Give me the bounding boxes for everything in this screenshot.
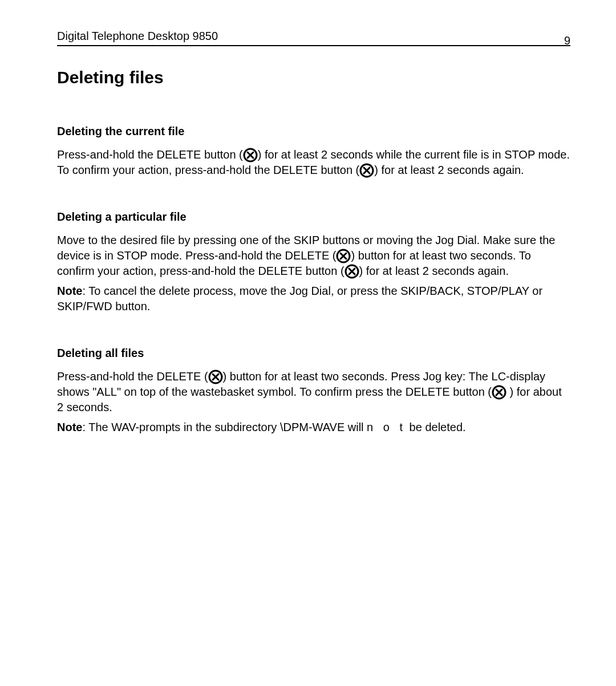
- main-heading: Deleting files: [57, 66, 570, 90]
- delete-icon: [243, 148, 258, 163]
- page-container: Digital Telephone Desktop 9850 9 Deletin…: [0, 0, 616, 686]
- section-heading: Deleting all files: [57, 346, 570, 361]
- delete-icon: [208, 370, 223, 384]
- header-title: Digital Telephone Desktop 9850: [57, 29, 218, 44]
- note-text: : The WAV-prompts in the subdirectory \D…: [82, 421, 367, 433]
- delete-icon: [492, 385, 506, 400]
- section-paragraph: Press-and-hold the DELETE button () for …: [57, 147, 570, 178]
- section-deleting-particular-file: Deleting a particular file Move to the d…: [57, 209, 570, 314]
- delete-icon: [336, 249, 351, 263]
- section-deleting-all-files: Deleting all files Press-and-hold the DE…: [57, 346, 570, 435]
- note-label: Note: [57, 285, 82, 297]
- section-heading: Deleting the current file: [57, 124, 570, 139]
- body-text: Press-and-hold the DELETE button (: [57, 148, 243, 161]
- section-paragraph: Press-and-hold the DELETE () button for …: [57, 369, 570, 415]
- page-header: Digital Telephone Desktop 9850 9: [57, 29, 570, 46]
- emphasis-spaced: n o t: [367, 421, 406, 433]
- delete-icon: [345, 264, 359, 279]
- note-text: be deleted.: [406, 421, 466, 433]
- section-note: Note: To cancel the delete process, move…: [57, 283, 570, 314]
- delete-icon: [359, 163, 374, 178]
- page-number: 9: [564, 33, 570, 48]
- body-text: Press-and-hold the DELETE (: [57, 370, 208, 383]
- section-deleting-current-file: Deleting the current file Press-and-hold…: [57, 124, 570, 178]
- section-heading: Deleting a particular file: [57, 209, 570, 225]
- section-paragraph: Move to the desired file by pressing one…: [57, 233, 570, 279]
- note-label: Note: [57, 421, 82, 433]
- body-text: ) for at least 2 seconds again.: [359, 265, 509, 277]
- note-text: : To cancel the delete process, move the…: [57, 285, 542, 312]
- body-text: ) for at least 2 seconds again.: [374, 164, 524, 176]
- section-note: Note: The WAV-prompts in the subdirector…: [57, 420, 570, 435]
